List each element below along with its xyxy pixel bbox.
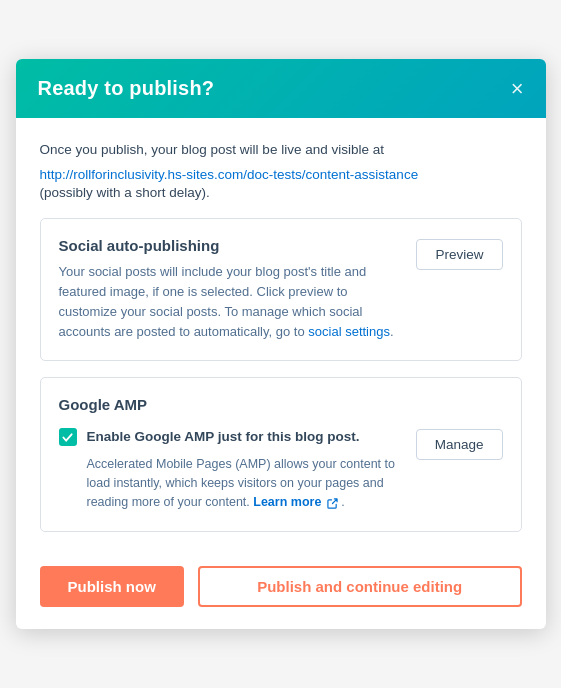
social-description: Your social posts will include your blog…: [59, 262, 405, 343]
close-button[interactable]: ×: [511, 78, 524, 100]
intro-link[interactable]: http://rollforinclusivity.hs-sites.com/d…: [40, 167, 419, 182]
amp-left: Enable Google AMP just for this blog pos…: [59, 427, 404, 513]
amp-desc-before: Accelerated Mobile Pages (AMP) allows yo…: [87, 457, 395, 510]
amp-checkbox-label: Enable Google AMP just for this blog pos…: [87, 427, 360, 447]
social-settings-link[interactable]: social settings: [308, 324, 390, 339]
social-section: Social auto-publishing Your social posts…: [40, 218, 522, 362]
external-link-icon: [327, 498, 338, 509]
amp-checkbox-row: Enable Google AMP just for this blog pos…: [59, 427, 404, 447]
intro-text-before: Once you publish, your blog post will be…: [40, 140, 522, 160]
publish-modal: Ready to publish? × Once you publish, yo…: [16, 59, 546, 629]
amp-action: Manage: [416, 427, 503, 460]
modal-title: Ready to publish?: [38, 77, 215, 100]
preview-button[interactable]: Preview: [416, 239, 502, 270]
amp-desc-end: .: [341, 495, 344, 509]
delay-text: (possibly with a short delay).: [40, 185, 522, 200]
amp-learn-more-link[interactable]: Learn more: [253, 495, 321, 509]
amp-section: Google AMP Enable Google AMP just for th…: [40, 377, 522, 532]
modal-header: Ready to publish? ×: [16, 59, 546, 118]
social-content: Social auto-publishing Your social posts…: [59, 237, 405, 343]
amp-title: Google AMP: [59, 396, 503, 413]
social-action: Preview: [416, 237, 502, 270]
modal-body: Once you publish, your blog post will be…: [16, 118, 546, 532]
amp-description: Accelerated Mobile Pages (AMP) allows yo…: [87, 455, 404, 513]
amp-checkbox[interactable]: [59, 428, 77, 446]
modal-footer: Publish now Publish and continue editing: [16, 548, 546, 629]
publish-now-button[interactable]: Publish now: [40, 566, 184, 607]
publish-continue-button[interactable]: Publish and continue editing: [198, 566, 522, 607]
social-title: Social auto-publishing: [59, 237, 405, 254]
amp-inner: Enable Google AMP just for this blog pos…: [59, 427, 503, 513]
social-desc-end: .: [390, 324, 394, 339]
manage-button[interactable]: Manage: [416, 429, 503, 460]
